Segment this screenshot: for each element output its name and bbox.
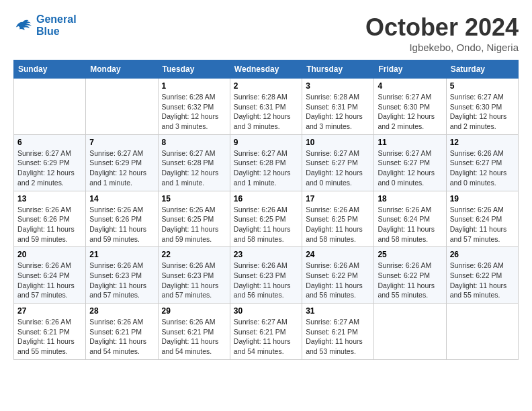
calendar-cell: 7Sunrise: 6:27 AM Sunset: 6:29 PM Daylig… xyxy=(86,134,158,191)
calendar-cell: 19Sunrise: 6:26 AM Sunset: 6:24 PM Dayli… xyxy=(446,191,518,247)
weekday-header: Wednesday xyxy=(230,60,302,79)
weekday-header: Friday xyxy=(374,60,446,79)
page-header: General Blue October 2024 Igbekebo, Ondo… xyxy=(13,13,519,53)
title-block: October 2024 Igbekebo, Ondo, Nigeria xyxy=(365,13,519,53)
calendar-cell: 5Sunrise: 6:27 AM Sunset: 6:30 PM Daylig… xyxy=(446,79,518,135)
day-number: 24 xyxy=(306,250,370,259)
weekday-header: Thursday xyxy=(302,60,374,79)
calendar-cell: 10Sunrise: 6:27 AM Sunset: 6:27 PM Dayli… xyxy=(302,134,374,191)
day-info: Sunrise: 6:26 AM Sunset: 6:25 PM Dayligh… xyxy=(306,205,370,244)
day-number: 21 xyxy=(89,250,154,259)
calendar-cell: 21Sunrise: 6:26 AM Sunset: 6:23 PM Dayli… xyxy=(86,247,158,304)
day-number: 30 xyxy=(234,306,298,316)
day-number: 9 xyxy=(234,138,298,147)
day-number: 2 xyxy=(234,81,298,91)
day-number: 1 xyxy=(162,81,226,91)
day-info: Sunrise: 6:26 AM Sunset: 6:27 PM Dayligh… xyxy=(450,148,515,188)
calendar-cell: 2Sunrise: 6:28 AM Sunset: 6:31 PM Daylig… xyxy=(230,79,302,135)
calendar-cell: 14Sunrise: 6:26 AM Sunset: 6:26 PM Dayli… xyxy=(86,191,158,247)
day-number: 17 xyxy=(306,194,370,203)
logo-bird-icon xyxy=(13,17,34,34)
day-number: 7 xyxy=(89,138,154,147)
calendar-table: SundayMondayTuesdayWednesdayThursdayFrid… xyxy=(13,60,519,360)
day-info: Sunrise: 6:27 AM Sunset: 6:30 PM Dayligh… xyxy=(378,92,442,132)
day-number: 19 xyxy=(450,194,515,203)
day-info: Sunrise: 6:26 AM Sunset: 6:26 PM Dayligh… xyxy=(89,205,154,244)
day-info: Sunrise: 6:27 AM Sunset: 6:29 PM Dayligh… xyxy=(89,148,154,188)
weekday-header: Tuesday xyxy=(158,60,230,79)
calendar-week-row: 13Sunrise: 6:26 AM Sunset: 6:26 PM Dayli… xyxy=(14,191,519,247)
day-info: Sunrise: 6:26 AM Sunset: 6:25 PM Dayligh… xyxy=(162,205,226,244)
calendar-week-row: 27Sunrise: 6:26 AM Sunset: 6:21 PM Dayli… xyxy=(14,304,519,360)
weekday-header: Sunday xyxy=(14,60,86,79)
day-number: 15 xyxy=(162,194,226,203)
day-number: 22 xyxy=(162,250,226,259)
day-number: 18 xyxy=(378,194,442,203)
calendar-header: SundayMondayTuesdayWednesdayThursdayFrid… xyxy=(14,60,519,79)
day-number: 31 xyxy=(306,306,370,316)
month-title: October 2024 xyxy=(365,13,519,42)
day-info: Sunrise: 6:26 AM Sunset: 6:26 PM Dayligh… xyxy=(17,205,82,244)
calendar-cell: 27Sunrise: 6:26 AM Sunset: 6:21 PM Dayli… xyxy=(14,304,86,360)
logo: General Blue xyxy=(13,13,77,37)
calendar-cell: 13Sunrise: 6:26 AM Sunset: 6:26 PM Dayli… xyxy=(14,191,86,247)
calendar-cell: 6Sunrise: 6:27 AM Sunset: 6:29 PM Daylig… xyxy=(14,134,86,191)
logo-line1: General xyxy=(36,13,77,25)
day-info: Sunrise: 6:27 AM Sunset: 6:21 PM Dayligh… xyxy=(306,317,370,357)
day-number: 6 xyxy=(17,138,82,147)
calendar-week-row: 1Sunrise: 6:28 AM Sunset: 6:32 PM Daylig… xyxy=(14,79,519,135)
calendar-cell xyxy=(86,79,158,135)
weekday-header: Saturday xyxy=(446,60,518,79)
day-info: Sunrise: 6:28 AM Sunset: 6:32 PM Dayligh… xyxy=(162,92,226,132)
day-number: 28 xyxy=(89,306,154,316)
calendar-cell: 15Sunrise: 6:26 AM Sunset: 6:25 PM Dayli… xyxy=(158,191,230,247)
day-info: Sunrise: 6:26 AM Sunset: 6:23 PM Dayligh… xyxy=(89,261,154,300)
day-number: 5 xyxy=(450,81,515,91)
calendar-cell: 18Sunrise: 6:26 AM Sunset: 6:24 PM Dayli… xyxy=(374,191,446,247)
day-info: Sunrise: 6:26 AM Sunset: 6:25 PM Dayligh… xyxy=(234,205,298,244)
day-number: 10 xyxy=(306,138,370,147)
calendar-cell: 8Sunrise: 6:27 AM Sunset: 6:28 PM Daylig… xyxy=(158,134,230,191)
calendar-cell: 11Sunrise: 6:27 AM Sunset: 6:27 PM Dayli… xyxy=(374,134,446,191)
day-number: 29 xyxy=(162,306,226,316)
calendar-cell xyxy=(446,304,518,360)
day-number: 23 xyxy=(234,250,298,259)
calendar-cell: 20Sunrise: 6:26 AM Sunset: 6:24 PM Dayli… xyxy=(14,247,86,304)
calendar-cell: 17Sunrise: 6:26 AM Sunset: 6:25 PM Dayli… xyxy=(302,191,374,247)
day-number: 13 xyxy=(17,194,82,203)
day-number: 25 xyxy=(378,250,442,259)
calendar-cell: 23Sunrise: 6:26 AM Sunset: 6:23 PM Dayli… xyxy=(230,247,302,304)
day-info: Sunrise: 6:27 AM Sunset: 6:30 PM Dayligh… xyxy=(450,92,515,132)
location-subtitle: Igbekebo, Ondo, Nigeria xyxy=(365,42,519,53)
logo-text: General Blue xyxy=(36,13,77,37)
day-info: Sunrise: 6:27 AM Sunset: 6:28 PM Dayligh… xyxy=(234,148,298,188)
day-info: Sunrise: 6:26 AM Sunset: 6:21 PM Dayligh… xyxy=(17,317,82,357)
calendar-cell: 28Sunrise: 6:26 AM Sunset: 6:21 PM Dayli… xyxy=(86,304,158,360)
calendar-cell: 4Sunrise: 6:27 AM Sunset: 6:30 PM Daylig… xyxy=(374,79,446,135)
day-info: Sunrise: 6:26 AM Sunset: 6:22 PM Dayligh… xyxy=(450,261,515,300)
day-number: 26 xyxy=(450,250,515,259)
day-info: Sunrise: 6:26 AM Sunset: 6:24 PM Dayligh… xyxy=(378,205,442,244)
day-info: Sunrise: 6:27 AM Sunset: 6:28 PM Dayligh… xyxy=(162,148,226,188)
calendar-cell: 29Sunrise: 6:26 AM Sunset: 6:21 PM Dayli… xyxy=(158,304,230,360)
weekday-header: Monday xyxy=(86,60,158,79)
calendar-cell: 16Sunrise: 6:26 AM Sunset: 6:25 PM Dayli… xyxy=(230,191,302,247)
day-number: 4 xyxy=(378,81,442,91)
day-info: Sunrise: 6:27 AM Sunset: 6:29 PM Dayligh… xyxy=(17,148,82,188)
day-info: Sunrise: 6:26 AM Sunset: 6:24 PM Dayligh… xyxy=(17,261,82,300)
calendar-cell xyxy=(374,304,446,360)
day-number: 3 xyxy=(306,81,370,91)
calendar-cell: 30Sunrise: 6:27 AM Sunset: 6:21 PM Dayli… xyxy=(230,304,302,360)
calendar-cell: 22Sunrise: 6:26 AM Sunset: 6:23 PM Dayli… xyxy=(158,247,230,304)
day-info: Sunrise: 6:28 AM Sunset: 6:31 PM Dayligh… xyxy=(306,92,370,132)
calendar-cell xyxy=(14,79,86,135)
day-number: 20 xyxy=(17,250,82,259)
day-info: Sunrise: 6:26 AM Sunset: 6:21 PM Dayligh… xyxy=(162,317,226,357)
calendar-cell: 24Sunrise: 6:26 AM Sunset: 6:22 PM Dayli… xyxy=(302,247,374,304)
day-info: Sunrise: 6:27 AM Sunset: 6:27 PM Dayligh… xyxy=(306,148,370,188)
day-info: Sunrise: 6:26 AM Sunset: 6:22 PM Dayligh… xyxy=(306,261,370,300)
calendar-cell: 3Sunrise: 6:28 AM Sunset: 6:31 PM Daylig… xyxy=(302,79,374,135)
day-number: 27 xyxy=(17,306,82,316)
calendar-cell: 12Sunrise: 6:26 AM Sunset: 6:27 PM Dayli… xyxy=(446,134,518,191)
calendar-week-row: 6Sunrise: 6:27 AM Sunset: 6:29 PM Daylig… xyxy=(14,134,519,191)
